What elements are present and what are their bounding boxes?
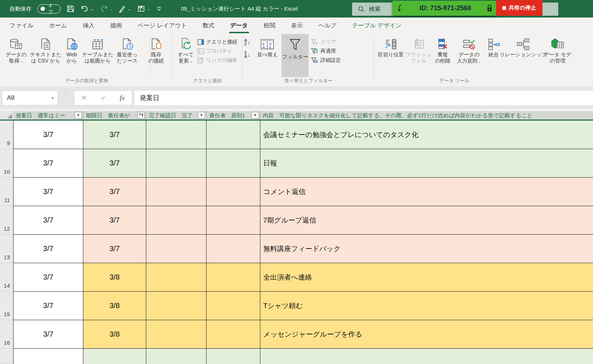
cell-done-date[interactable] (146, 263, 207, 292)
refresh-all-button[interactable]: すべて 更新⌄ (174, 34, 197, 64)
redo-button[interactable]: ⌄ (99, 5, 113, 13)
cell-owner[interactable] (207, 206, 260, 235)
sort-descending-button[interactable]: ZA↓ (244, 51, 250, 58)
cell-done-date[interactable] (146, 206, 207, 235)
row-header-17[interactable] (0, 349, 13, 364)
column-heading-done-date[interactable]: 完了確認日 完了 ▼ (146, 111, 207, 120)
filter-dropdown-due-date-sorted[interactable] (137, 112, 145, 119)
cell-due-date[interactable]: 3/7 (83, 121, 146, 149)
undo-dropdown-icon[interactable]: ⌄ (90, 7, 94, 11)
touch-inking-button[interactable]: ⌄ (118, 5, 131, 13)
tab-data[interactable]: データ (229, 18, 249, 33)
formula-bar-handle[interactable]: ⋮ (62, 93, 69, 96)
cell-due-date[interactable]: 3/7 (83, 206, 146, 235)
cell-content[interactable]: 全出演者へ連絡 (260, 263, 593, 292)
formula-input[interactable]: 発案日 (135, 91, 593, 105)
cell-done-date[interactable] (146, 349, 207, 364)
edit-links-button[interactable]: リンクの編集 (197, 57, 237, 64)
tab-formulas[interactable]: 数式 (202, 18, 215, 33)
recent-sources-button[interactable]: 最近使っ たソース (113, 34, 141, 64)
cell-done-date[interactable] (146, 292, 207, 320)
cell-due-date[interactable]: 3/8 (83, 320, 146, 349)
column-heading-content[interactable]: 内容 可能な限りタスクを細分化して記載する。その際、必ず1行だけ読めば内容がわか… (260, 111, 593, 120)
filter-dropdown-start-date[interactable]: ▼ (75, 112, 82, 119)
redo-dropdown-icon[interactable]: ⌄ (109, 7, 113, 11)
advanced-filter-button[interactable]: 詳細設定 (311, 57, 341, 64)
cell-start-date[interactable] (13, 349, 83, 364)
cell-due-date[interactable]: 3/7 (83, 149, 146, 178)
touch-dropdown-icon[interactable]: ⌄ (128, 7, 131, 11)
stop-share-button[interactable]: 共有の停止 (496, 0, 543, 16)
row-header-12[interactable]: 12 (0, 206, 13, 235)
properties-button[interactable]: プロパティ (197, 48, 237, 54)
cell-start-date[interactable]: 3/7 (13, 121, 83, 149)
save-button[interactable] (67, 5, 75, 13)
cell-done-date[interactable] (146, 149, 207, 178)
confirm-entry-button[interactable]: ✓ (101, 94, 106, 102)
cell-content[interactable] (260, 349, 593, 364)
tab-insert[interactable]: 挿入 (82, 18, 95, 33)
get-data-button[interactable]: データの 取得⌄ (2, 34, 30, 64)
cell-start-date[interactable]: 3/7 (13, 149, 83, 178)
flash-fill-button[interactable]: フラッシュ フィル (406, 34, 431, 64)
cell-owner[interactable] (207, 320, 260, 349)
undo-button[interactable]: ⌄ (80, 5, 94, 13)
cell-done-date[interactable] (146, 320, 207, 349)
cell-due-date[interactable]: 3/8 (83, 263, 146, 292)
cell-owner[interactable] (207, 149, 260, 178)
tab-draw[interactable]: 描画 (109, 18, 122, 33)
cell-owner[interactable] (207, 178, 260, 206)
cell-owner[interactable] (207, 263, 260, 292)
cell-start-date[interactable]: 3/7 (13, 320, 83, 349)
clear-filter-button[interactable]: クリア (311, 39, 341, 45)
row-header-11[interactable]: 11 (0, 178, 13, 206)
row-header-10[interactable]: 10 (0, 149, 13, 178)
tab-home[interactable]: ホーム (49, 18, 68, 33)
tab-file[interactable]: ファイル (9, 18, 34, 33)
cell-start-date[interactable]: 3/7 (13, 292, 83, 320)
table-dropdown-icon[interactable]: ⌄ (147, 7, 150, 11)
select-all-button[interactable] (0, 111, 13, 120)
cell-owner[interactable] (207, 121, 260, 149)
ribbon-options-button[interactable] (156, 6, 162, 11)
name-box-dropdown-icon[interactable]: ▼ (51, 96, 54, 100)
queries-connections-button[interactable]: クエリと接続 (197, 39, 237, 45)
cell-due-date[interactable]: 3/8 (83, 292, 146, 320)
name-box[interactable]: A8 ▼ (2, 91, 58, 105)
row-header-16[interactable]: 16 (0, 320, 13, 349)
row-header-14[interactable]: 14 (0, 263, 13, 292)
cell-owner[interactable] (207, 349, 260, 364)
remove-duplicates-button[interactable]: 重複 の削除 (431, 34, 454, 64)
row-header-15[interactable]: 15 (0, 292, 13, 320)
cell-start-date[interactable]: 3/7 (13, 206, 83, 235)
cell-content[interactable]: 7期グループ返信 (260, 206, 593, 235)
manage-data-model-button[interactable]: データ モデ の管理 (543, 34, 572, 64)
tab-help[interactable]: ヘルプ (318, 18, 337, 33)
from-text-csv-button[interactable]: テキストまた は CSV から (30, 34, 61, 64)
column-heading-owner[interactable]: 責任者 原則1 ▼ (207, 111, 260, 120)
cell-done-date[interactable] (146, 178, 207, 206)
cell-content[interactable]: コメント返信 (260, 178, 593, 206)
cell-content[interactable]: 日報 (260, 149, 593, 178)
cell-content[interactable]: メッセンジャーグループを作る (260, 320, 593, 349)
cell-due-date[interactable] (83, 349, 146, 364)
cell-content[interactable]: 無料講座フィードバック (260, 235, 593, 263)
cancel-entry-button[interactable]: ✕ (82, 94, 87, 102)
sort-button[interactable]: ZAAZ 並べ替え (253, 34, 282, 58)
column-heading-start-date[interactable]: 発案日 通常はミー ▼ (13, 111, 83, 120)
cell-content[interactable]: Tシャツ頼む (260, 292, 593, 320)
insert-function-button[interactable]: fx (120, 94, 125, 102)
from-table-range-button[interactable]: テーブルまた は範囲から (82, 34, 113, 64)
existing-connections-button[interactable]: 既存 の接続 (145, 34, 167, 64)
cell-due-date[interactable]: 3/7 (83, 235, 146, 263)
filter-dropdown-done-date[interactable]: ▼ (198, 112, 205, 119)
from-web-button[interactable]: Web から (61, 34, 82, 64)
relationships-button[interactable]: リレーションシップ (503, 34, 543, 58)
filter-button[interactable]: フィルター (282, 34, 309, 77)
cell-owner[interactable] (207, 235, 260, 263)
cell-owner[interactable] (207, 292, 260, 320)
cell-done-date[interactable] (146, 235, 207, 263)
row-header-9[interactable]: 9 (0, 121, 13, 149)
data-validation-button[interactable]: データの 入力規則⌄ (454, 34, 484, 64)
cell-done-date[interactable] (146, 121, 207, 149)
